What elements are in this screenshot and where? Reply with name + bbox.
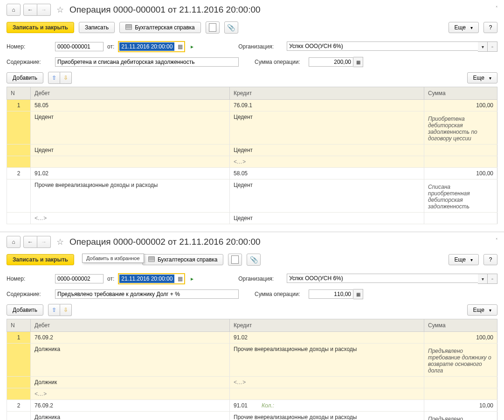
apply-date-icon[interactable]: ▸: [191, 43, 193, 50]
organization-input[interactable]: [287, 41, 478, 51]
close-icon[interactable]: ˣ: [496, 5, 497, 10]
favorite-star-icon[interactable]: ☆: [56, 5, 64, 15]
credit-cell[interactable]: Прочие внереализационные доходы и расход…: [230, 412, 424, 420]
sum-cell: Предъявлено требование должнику о возвра…: [424, 344, 497, 377]
table-row[interactable]: ЦедентЦедентПриобретена дебиторская задо…: [7, 111, 497, 145]
col-credit-header: Кредит: [230, 87, 424, 100]
row-number-cell: [7, 156, 31, 168]
grid-more-button[interactable]: Еще: [467, 72, 497, 83]
debit-cell[interactable]: 58.05: [31, 100, 230, 111]
credit-cell[interactable]: <…>: [230, 377, 424, 388]
date-input[interactable]: [119, 275, 174, 283]
add-row-button[interactable]: Добавить: [7, 304, 43, 316]
nav-forward-button[interactable]: →: [37, 4, 51, 16]
row-number-cell: 1: [7, 100, 31, 111]
calendar-icon[interactable]: ▦: [176, 43, 184, 50]
save-and-close-button[interactable]: Записать и закрыть: [7, 254, 74, 265]
more-button[interactable]: Еще: [449, 22, 479, 33]
number-input[interactable]: [55, 274, 104, 283]
credit-cell[interactable]: <…>: [230, 156, 424, 168]
save-and-close-button[interactable]: Записать и закрыть: [7, 22, 74, 33]
table-row[interactable]: 276.09.291.01Кол.:10,00: [7, 400, 497, 412]
row-number-cell: [7, 145, 31, 156]
home-button[interactable]: ⌂: [7, 236, 21, 248]
move-down-button[interactable]: ⇩: [60, 72, 72, 84]
debit-cell[interactable]: 76.09.2: [31, 332, 230, 344]
table-row[interactable]: Прочие внереализационные доходы и расход…: [7, 179, 497, 213]
debit-cell[interactable]: Цедент: [31, 111, 230, 145]
debit-cell[interactable]: <…>: [31, 213, 230, 224]
credit-cell[interactable]: 58.05: [230, 168, 424, 179]
col-n-header: N: [7, 319, 31, 332]
more-button[interactable]: Еще: [449, 254, 479, 265]
debit-cell[interactable]: [31, 156, 230, 168]
accounting-report-button[interactable]: Бухгалтерская справка: [119, 22, 201, 33]
credit-cell[interactable]: Прочие внереализационные доходы и расход…: [230, 344, 424, 377]
debit-cell[interactable]: <…>: [31, 388, 230, 400]
table-row[interactable]: ДолжникаПрочие внереализационные доходы …: [7, 412, 497, 420]
debit-cell[interactable]: Должника: [31, 412, 230, 420]
credit-cell[interactable]: 76.09.1: [230, 100, 424, 111]
save-button[interactable]: Записать: [79, 22, 115, 33]
table-row[interactable]: 176.09.291.02100,00: [7, 332, 497, 344]
debit-cell[interactable]: Должника: [31, 344, 230, 377]
move-up-button[interactable]: ⇧: [48, 72, 60, 84]
org-open-icon[interactable]: ▫: [488, 274, 497, 284]
credit-cell[interactable]: Цедент: [230, 145, 424, 156]
attachment-button[interactable]: 📎: [247, 254, 261, 266]
close-icon[interactable]: ˣ: [496, 237, 497, 242]
debit-cell[interactable]: Прочие внереализационные доходы и расход…: [31, 179, 230, 213]
credit-cell[interactable]: Цедент: [230, 111, 424, 145]
sum-calc-icon[interactable]: ▦: [353, 289, 363, 299]
credit-cell[interactable]: 91.01Кол.:: [230, 400, 424, 412]
table-row[interactable]: <…>: [7, 156, 497, 168]
home-button[interactable]: ⌂: [7, 4, 21, 16]
date-field[interactable]: ▦: [118, 41, 185, 52]
sum-calc-icon[interactable]: ▦: [353, 57, 363, 67]
date-field[interactable]: ▦: [118, 273, 185, 284]
debit-cell[interactable]: Цедент: [31, 145, 230, 156]
move-up-button[interactable]: ⇧: [48, 304, 60, 316]
sum-cell: 100,00: [424, 100, 497, 111]
org-dropdown-icon[interactable]: ▾: [478, 274, 488, 284]
debit-cell[interactable]: 76.09.2: [31, 400, 230, 412]
date-input[interactable]: [119, 42, 174, 51]
help-button[interactable]: ?: [483, 22, 497, 33]
table-row[interactable]: <…>: [7, 388, 497, 400]
credit-cell[interactable]: Цедент: [230, 213, 424, 224]
sum-input[interactable]: [309, 57, 353, 67]
organization-input[interactable]: [287, 274, 478, 283]
table-row[interactable]: 291.0258.05100,00: [7, 168, 497, 179]
favorite-star-icon[interactable]: ☆: [56, 237, 64, 247]
credit-cell[interactable]: [230, 388, 424, 400]
nav-back-button[interactable]: ←: [23, 236, 37, 248]
move-down-button[interactable]: ⇩: [60, 304, 72, 316]
org-dropdown-icon[interactable]: ▾: [478, 41, 488, 52]
table-row[interactable]: Должник<…>: [7, 377, 497, 388]
page-title: Операция 0000-000002 от 21.11.2016 20:00…: [69, 237, 261, 247]
table-row[interactable]: ДолжникаПрочие внереализационные доходы …: [7, 344, 497, 377]
number-input[interactable]: [55, 42, 104, 51]
org-open-icon[interactable]: ▫: [488, 41, 497, 52]
credit-cell[interactable]: 91.02: [230, 332, 424, 344]
table-row[interactable]: 158.0576.09.1100,00: [7, 100, 497, 111]
calendar-icon[interactable]: ▦: [176, 275, 184, 282]
help-button[interactable]: ?: [483, 254, 497, 265]
debit-cell[interactable]: 91.02: [31, 168, 230, 179]
accounting-report-button[interactable]: Бухгалтерская справка: [142, 254, 224, 265]
apply-date-icon[interactable]: ▸: [191, 275, 193, 282]
grid-more-button[interactable]: Еще: [467, 304, 497, 316]
nav-forward-button[interactable]: →: [37, 236, 51, 248]
table-row[interactable]: ЦедентЦедент: [7, 145, 497, 156]
nav-back-button[interactable]: ←: [23, 4, 37, 16]
document-icon-button[interactable]: [206, 21, 220, 34]
credit-cell[interactable]: Цедент: [230, 179, 424, 213]
debit-cell[interactable]: Должник: [31, 377, 230, 388]
table-row[interactable]: <…>Цедент: [7, 213, 497, 224]
sum-input[interactable]: [309, 289, 353, 299]
content-input[interactable]: [55, 57, 239, 67]
add-row-button[interactable]: Добавить: [7, 72, 43, 83]
content-input[interactable]: [55, 289, 239, 299]
document-icon-button[interactable]: [228, 254, 242, 266]
attachment-button[interactable]: 📎: [224, 21, 238, 34]
